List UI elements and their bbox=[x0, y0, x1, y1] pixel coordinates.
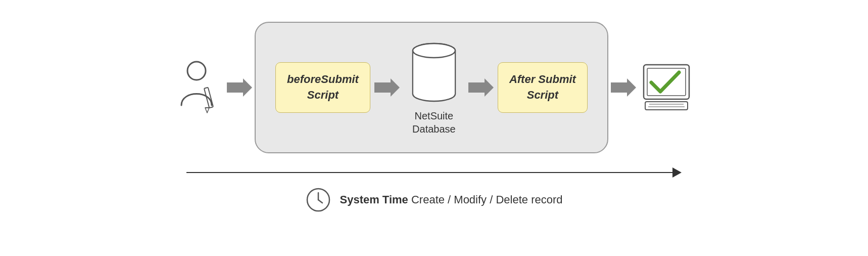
bottom-label-text: System Time Create / Modify / Delete rec… bbox=[340, 193, 562, 206]
computer-icon-wrap bbox=[639, 62, 694, 113]
arrow-1 bbox=[224, 78, 255, 97]
before-submit-script: beforeSubmit Script bbox=[275, 62, 370, 113]
timeline-line bbox=[186, 172, 672, 174]
user-icon bbox=[176, 60, 222, 115]
computer-icon bbox=[641, 62, 692, 113]
diagram-container: beforeSubmit Script bbox=[30, 12, 838, 244]
svg-marker-2 bbox=[205, 108, 209, 113]
bottom-label-row: System Time Create / Modify / Delete rec… bbox=[305, 187, 562, 213]
svg-rect-16 bbox=[645, 102, 688, 110]
process-box: beforeSubmit Script bbox=[255, 22, 608, 153]
clock-icon bbox=[305, 187, 331, 213]
svg-point-11 bbox=[413, 44, 455, 58]
inner-arrow-2 bbox=[468, 78, 494, 97]
database-icon bbox=[409, 39, 459, 105]
timeline-row bbox=[186, 167, 682, 178]
timeline-arrowhead bbox=[672, 167, 682, 178]
arrow-2 bbox=[608, 78, 639, 97]
database-wrap: NetSuite Database bbox=[409, 39, 459, 136]
main-flow: beforeSubmit Script bbox=[30, 22, 838, 153]
inner-arrow-1 bbox=[374, 78, 400, 97]
svg-marker-13 bbox=[611, 78, 636, 97]
user-icon-wrap bbox=[174, 60, 224, 115]
svg-marker-12 bbox=[468, 78, 494, 97]
db-label: NetSuite Database bbox=[412, 109, 456, 136]
after-submit-script: After Submit Script bbox=[498, 62, 588, 113]
svg-point-0 bbox=[187, 62, 206, 80]
svg-marker-4 bbox=[227, 78, 252, 97]
svg-marker-5 bbox=[374, 78, 400, 97]
